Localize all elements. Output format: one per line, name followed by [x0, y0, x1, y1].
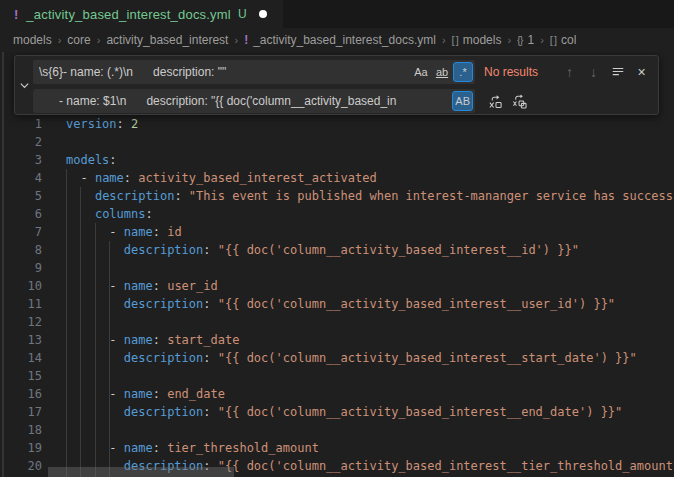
code-line[interactable]: 8 description: "{{ doc('column__activity… [0, 241, 674, 259]
chevron-down-icon [19, 80, 30, 91]
line-number: 17 [0, 403, 42, 421]
breadcrumb-label: activity_based_interest [106, 33, 228, 47]
line-number: 13 [0, 331, 42, 349]
line-text: models: [66, 151, 117, 169]
replace-all-button[interactable] [509, 91, 530, 112]
yaml-file-icon: ! [244, 33, 248, 47]
breadcrumb-separator: › [442, 34, 446, 46]
code-line[interactable]: 3models: [0, 151, 674, 169]
breadcrumb-label: 1 [527, 33, 534, 47]
yaml-file-icon: ! [14, 7, 18, 22]
code-line[interactable]: 2 [0, 133, 674, 151]
breadcrumb-label: col [561, 33, 576, 47]
code-line[interactable]: 9 [0, 259, 674, 277]
breadcrumb-label: models [13, 33, 52, 47]
code-line[interactable]: 4 - name: activity_based_interest_activa… [0, 169, 674, 187]
line-text: - name: start_date [66, 331, 239, 349]
line-number: 11 [0, 295, 42, 313]
breadcrumb: models›core›activity_based_interest›!_ac… [0, 28, 674, 52]
tab-filename: _activity_based_interest_docs.yml [26, 7, 231, 22]
code-line[interactable]: 6 columns: [0, 205, 674, 223]
previous-match-button[interactable]: ↑ [559, 62, 580, 83]
find-status-text: No results [484, 65, 556, 79]
close-find-widget-button[interactable]: × [631, 62, 652, 83]
selection-lines-icon [611, 65, 625, 79]
line-number: 3 [0, 151, 42, 169]
breadcrumb-item-activity_based_interest[interactable]: activity_based_interest [106, 33, 228, 47]
find-input[interactable]: \s{6}- name: (.*)\n description: "" Aa a… [33, 60, 475, 84]
line-number: 10 [0, 277, 42, 295]
code-line[interactable]: 10 - name: user_id [0, 277, 674, 295]
code-area[interactable]: 1version: 223models:4 - name: activity_b… [0, 115, 674, 475]
find-in-selection-button[interactable] [607, 62, 628, 83]
breadcrumb-label: models [463, 33, 502, 47]
line-number: 19 [0, 439, 42, 457]
editor-pane[interactable]: 1version: 223models:4 - name: activity_b… [0, 52, 674, 477]
code-line[interactable]: 5 description: "This event is published … [0, 187, 674, 205]
breadcrumb-item-_activity_based_interest_docs.yml[interactable]: !_activity_based_interest_docs.yml [244, 33, 436, 47]
code-line[interactable]: 17 description: "{{ doc('column__activit… [0, 403, 674, 421]
line-number: 14 [0, 349, 42, 367]
line-text: description: "{{ doc('column__activity_b… [66, 349, 637, 367]
line-number: 7 [0, 223, 42, 241]
code-line[interactable]: 18 [0, 421, 674, 439]
line-number: 2 [0, 133, 42, 151]
breadcrumb-label: core [67, 33, 90, 47]
tab-bar: ! _activity_based_interest_docs.yml U [0, 0, 674, 28]
code-line[interactable]: 19 - name: tier_threshold_amount [0, 439, 674, 457]
replace-button[interactable] [485, 91, 506, 112]
replace-icon [488, 94, 503, 109]
line-text: - name: end_date [66, 385, 225, 403]
breadcrumb-item-core[interactable]: core [67, 33, 90, 47]
code-line[interactable]: 13 - name: start_date [0, 331, 674, 349]
line-text: description: "{{ doc('column__activity_b… [66, 403, 622, 421]
code-line[interactable]: 15 [0, 367, 674, 385]
replace-all-icon [512, 94, 527, 109]
line-text: - name: activity_based_interest_activate… [66, 169, 377, 187]
line-text: description: "{{ doc('column__activity_b… [66, 295, 615, 313]
breadcrumb-separator: › [234, 34, 238, 46]
line-text: - name: id [66, 223, 182, 241]
symbol-array-icon: [ ] [550, 34, 556, 46]
horizontal-scrollbar-thumb[interactable] [48, 467, 234, 477]
code-line[interactable]: 11 description: "{{ doc('column__activit… [0, 295, 674, 313]
code-line[interactable]: 1version: 2 [0, 115, 674, 133]
find-replace-widget: \s{6}- name: (.*)\n description: "" Aa a… [14, 55, 659, 115]
line-number: 12 [0, 313, 42, 331]
line-text: description: "This event is published wh… [66, 187, 674, 205]
line-number: 8 [0, 241, 42, 259]
code-line[interactable]: 7 - name: id [0, 223, 674, 241]
regex-button[interactable]: .* [453, 62, 473, 82]
breadcrumb-separator: › [507, 34, 511, 46]
breadcrumb-separator: › [540, 34, 544, 46]
breadcrumb-item-models[interactable]: models [13, 33, 52, 47]
next-match-button[interactable]: ↓ [583, 62, 604, 83]
line-text: description: "{{ doc('column__activity_b… [66, 241, 579, 259]
line-text: columns: [66, 205, 153, 223]
line-number: 1 [0, 115, 42, 133]
line-number: 16 [0, 385, 42, 403]
breadcrumb-item-col[interactable]: [ ]col [550, 33, 577, 47]
replace-input[interactable]: - name: $1\n description: "{{ doc('colum… [33, 89, 475, 113]
modified-dot-indicator[interactable] [259, 10, 267, 18]
toggle-replace-chevron[interactable] [15, 56, 33, 114]
code-line[interactable]: 12 [0, 313, 674, 331]
breadcrumb-label: _activity_based_interest_docs.yml [253, 33, 436, 47]
code-line[interactable]: 16 - name: end_date [0, 385, 674, 403]
replace-input-value: - name: $1\n description: "{{ doc('colum… [39, 94, 451, 108]
git-untracked-badge: U [238, 7, 247, 21]
line-text: version: 2 [66, 115, 138, 133]
breadcrumb-item-models[interactable]: [ ]models [452, 33, 502, 47]
line-number: 4 [0, 169, 42, 187]
line-number: 5 [0, 187, 42, 205]
line-number: 6 [0, 205, 42, 223]
tab-activity-docs[interactable]: ! _activity_based_interest_docs.yml U [0, 0, 283, 28]
match-case-button[interactable]: Aa [411, 62, 431, 82]
find-input-value: \s{6}- name: (.*)\n description: "" [39, 65, 410, 79]
whole-word-button[interactable]: ab [432, 62, 452, 82]
breadcrumb-item-1[interactable]: {}1 [517, 33, 534, 47]
code-line[interactable]: 14 description: "{{ doc('column__activit… [0, 349, 674, 367]
line-number: 20 [0, 457, 42, 475]
preserve-case-button[interactable]: AB [452, 91, 473, 111]
line-number: 9 [0, 259, 42, 277]
